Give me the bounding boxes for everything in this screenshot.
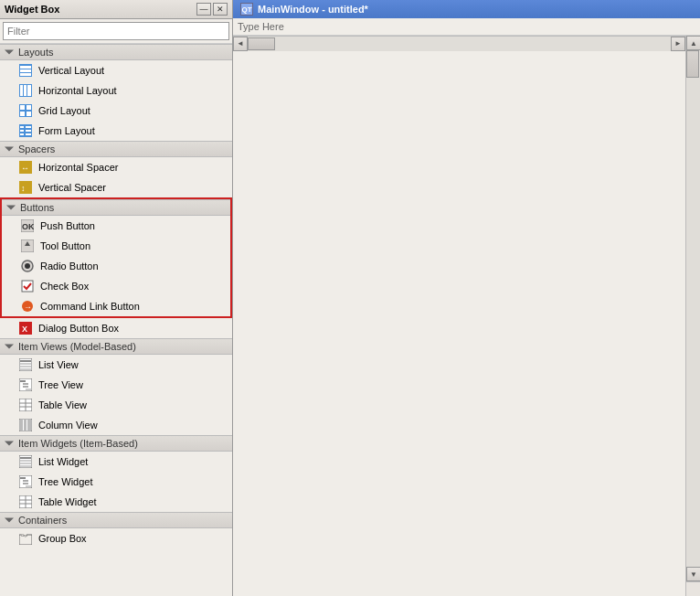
sidebar-item-group-box[interactable]: Grp Group Box [0,528,232,548]
tree-view-label: Tree View [38,379,83,390]
svg-rect-6 [24,85,27,96]
radio-icon [20,259,35,273]
group-box-icon: Grp [18,531,33,546]
widget-list: Layouts Vertical Layout Horizontal Layou… [0,44,232,596]
sidebar-item-radio-button[interactable]: Radio Button [2,256,230,276]
svg-rect-3 [20,73,31,76]
sidebar-item-column-view[interactable]: Column View [0,415,232,435]
main-menu-bar: Type Here [233,18,700,36]
svg-rect-10 [27,105,31,110]
sidebar-item-tree-view[interactable]: Tree View [0,375,232,395]
section-spacers: Spacers [0,141,232,157]
form-layout-label: Form Layout [38,125,95,136]
buttons-highlight-box: Buttons OK Push Button Tool Button Radio… [0,197,232,318]
scrollbar-corner [686,581,700,596]
sidebar-item-list-widget[interactable]: List Widget [0,452,232,472]
sidebar-item-dialog-button-box[interactable]: X Dialog Button Box [0,318,232,338]
table-widget-icon [18,495,33,509]
sidebar-item-vertical-spacer[interactable]: ↕ Vertical Spacer [0,177,232,197]
svg-rect-50 [20,420,23,431]
tree-widget-icon [18,474,33,489]
vertical-scrollbar-track[interactable] [686,50,700,567]
scroll-up-button[interactable]: ▲ [686,36,700,50]
dialog-button-box-label: Dialog Button Box [38,323,119,334]
svg-rect-39 [20,368,31,370]
svg-rect-44 [26,388,31,390]
svg-rect-38 [20,366,31,367]
ok-icon: OK [20,218,35,233]
svg-text:Grp: Grp [21,533,27,537]
svg-rect-11 [20,112,25,116]
svg-rect-59 [20,477,26,479]
sidebar-item-vertical-layout[interactable]: Vertical Layout [0,60,232,80]
table-widget-label: Table Widget [38,496,97,507]
menu-type-here[interactable]: Type Here [238,21,284,32]
scroll-right-button[interactable]: ► [671,37,685,51]
radio-button-label: Radio Button [40,261,99,271]
close-button[interactable]: ✕ [213,3,228,16]
svg-rect-18 [20,133,24,135]
qt-icon: QT [240,3,253,16]
filter-input[interactable] [3,22,229,40]
check-box-label: Check Box [40,281,89,292]
svg-rect-5 [20,85,23,96]
sidebar-item-horizontal-spacer[interactable]: ↔ Horizontal Spacer [0,157,232,177]
svg-rect-37 [20,363,31,365]
sidebar-item-tree-widget[interactable]: Tree Widget [0,472,232,492]
tool-button-label: Tool Button [40,240,90,251]
sidebar-item-tool-button[interactable]: Tool Button [2,236,230,256]
svg-rect-54 [20,457,31,459]
widget-box: Widget Box — ✕ Layouts Vertical Layout H… [0,0,233,596]
vertical-scrollbar: ▲ ▼ [685,36,700,596]
section-layouts: Layouts [0,44,232,60]
svg-rect-2 [20,69,31,72]
horizontal-layout-label: Horizontal Layout [38,85,117,96]
svg-rect-1 [20,66,31,69]
svg-rect-41 [20,380,26,382]
svg-rect-9 [20,105,25,110]
sidebar-item-grid-layout[interactable]: Grid Layout [0,101,232,121]
section-containers-label: Containers [18,515,67,526]
vertical-layout-icon [18,63,33,78]
table-view-label: Table View [38,399,87,410]
sidebar-item-check-box[interactable]: Check Box [2,276,230,296]
scroll-left-button[interactable]: ◄ [233,37,248,51]
canvas-with-scrollbar: PushButton ◄ ► [233,36,685,596]
vertical-scrollbar-thumb[interactable] [686,50,699,78]
sidebar-item-list-view[interactable]: List View [0,355,232,375]
sidebar-item-horizontal-layout[interactable]: Horizontal Layout [0,80,232,101]
titlebar-buttons: — ✕ [196,3,228,16]
main-titlebar: QT MainWindow - untitled* [233,0,700,18]
section-item-views: Item Views (Model-Based) [0,338,232,355]
svg-rect-51 [24,420,27,431]
column-view-label: Column View [38,420,98,431]
dialog-icon: X [18,321,33,335]
form-layout-icon [18,123,33,138]
list-widget-icon [18,454,33,469]
sidebar-item-table-widget[interactable]: Table Widget [0,492,232,512]
svg-rect-61 [23,483,28,484]
svg-rect-42 [23,383,28,385]
grid-layout-label: Grid Layout [38,105,90,116]
svg-rect-12 [27,112,31,116]
minimize-button[interactable]: — [196,3,211,16]
svg-rect-7 [27,85,31,96]
sidebar-item-push-button[interactable]: OK Push Button [2,216,230,236]
sidebar-item-command-link-button[interactable]: → Command Link Button [2,296,230,316]
svg-rect-57 [20,465,31,467]
main-window-title: MainWindow - untitled* [258,4,368,15]
svg-point-29 [25,263,30,269]
sidebar-item-form-layout[interactable]: Form Layout [0,121,232,141]
horizontal-scrollbar-thumb[interactable] [248,37,275,50]
horizontal-scrollbar-track[interactable] [248,37,671,51]
checkbox-icon [20,279,35,293]
section-buttons-label: Buttons [20,202,54,213]
svg-text:OK: OK [22,222,34,231]
svg-rect-60 [23,480,28,482]
sidebar-item-table-view[interactable]: Table View [0,395,232,415]
svg-text:↕: ↕ [21,184,26,193]
section-buttons: Buttons [2,199,230,216]
section-containers: Containers [0,512,232,528]
group-box-label: Group Box [38,533,87,544]
scroll-down-button[interactable]: ▼ [686,567,700,581]
